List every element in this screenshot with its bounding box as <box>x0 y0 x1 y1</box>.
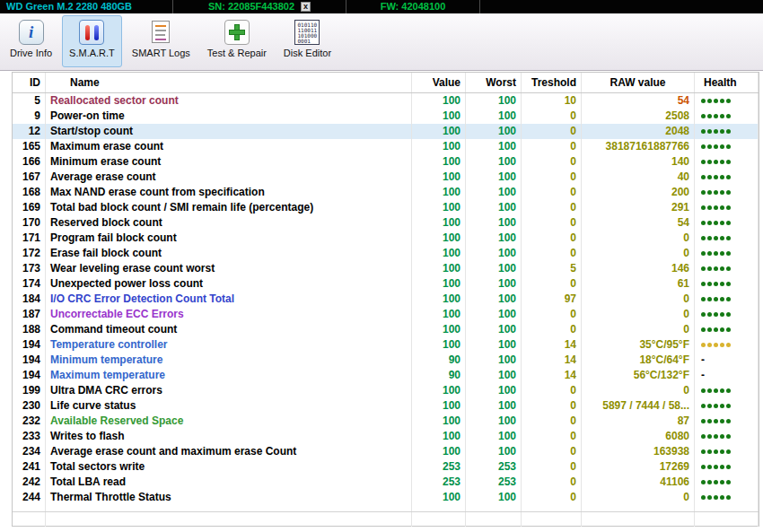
health-dot-icon <box>714 251 718 256</box>
cell-raw-value: 54 <box>582 215 695 231</box>
health-dot-icon <box>714 343 718 347</box>
close-icon[interactable]: x <box>301 2 311 12</box>
health-dot-icon <box>701 205 706 210</box>
health-dot-icon <box>714 221 718 225</box>
cell-name: Maximum erase count <box>46 139 412 154</box>
health-dot-icon <box>720 190 724 195</box>
health-dot-icon <box>720 282 724 286</box>
health-dot-icon <box>726 388 731 393</box>
drive-firmware: FW: 42048100 <box>381 0 446 13</box>
cell-health <box>695 200 759 215</box>
cell-value: 100 <box>412 231 466 246</box>
toolbar-button-disk-editor[interactable]: 010110 110011 101000 0001 Disk Editor <box>276 15 338 67</box>
table-row[interactable]: 188Command timeout count10010000 <box>13 322 759 337</box>
cell-name: Erase fail block count <box>46 246 412 261</box>
header-name[interactable]: Name <box>46 73 412 92</box>
cell-value: 253 <box>412 475 466 490</box>
health-dot-icon <box>720 99 724 103</box>
health-dot-icon <box>720 160 724 164</box>
cell-id: 9 <box>13 109 46 124</box>
header-raw-value[interactable]: RAW value <box>582 73 695 92</box>
header-id[interactable]: ID <box>13 73 46 92</box>
header-health[interactable]: Health <box>695 73 759 92</box>
table-row[interactable]: 244Thermal Throttle Status10010000 <box>13 490 759 505</box>
table-row[interactable]: 170Reserved block count100100054 <box>13 215 759 231</box>
table-row[interactable]: 184I/O CRC Error Detection Count Total10… <box>13 292 759 307</box>
table-row[interactable]: 12Start/stop count10010002048 <box>13 124 759 139</box>
health-dot-icon <box>720 434 724 439</box>
drive-serial: SN: 22085F443802 <box>208 0 294 13</box>
cell-value: 100 <box>412 246 466 261</box>
table-row[interactable]: 232Available Reserved Space100100087 <box>13 414 759 429</box>
header-threshold[interactable]: Treshold <box>522 73 582 92</box>
cell-worst: 253 <box>466 459 522 475</box>
cell-id: 199 <box>13 383 46 398</box>
health-dot-icon <box>701 190 706 195</box>
cell-id: 194 <box>13 337 46 353</box>
health-dot-icon <box>726 205 731 210</box>
table-row[interactable]: 9Power-on time10010002508 <box>13 109 759 124</box>
table-row[interactable]: 171Program fail block count10010000 <box>13 231 759 246</box>
health-dot-icon <box>707 419 712 423</box>
cell-raw-value: 0 <box>582 307 695 322</box>
cell-value: 100 <box>412 109 466 124</box>
table-row[interactable]: 194Minimum temperature901001418°C/64°F- <box>13 353 759 368</box>
health-dot-icon <box>726 495 731 500</box>
health-dot-icon <box>726 144 731 149</box>
cell-worst: 100 <box>466 154 522 170</box>
toolbar-button-label: S.M.A.R.T <box>69 48 115 58</box>
health-dot-icon <box>701 144 706 149</box>
cell-name: Writes to flash <box>46 429 412 444</box>
table-row[interactable]: 194Temperature controller1001001435°C/95… <box>13 337 759 353</box>
health-dot-icon <box>707 129 712 134</box>
table-row[interactable]: 230Life curve status10010005897 / 7444 /… <box>13 398 759 414</box>
table-row[interactable]: 166Minimum erase count1001000140 <box>13 154 759 170</box>
cell-id: 232 <box>13 414 46 429</box>
cell-value: 100 <box>412 170 466 185</box>
cell-value: 100 <box>412 93 466 109</box>
cell-worst: 100 <box>466 109 522 124</box>
health-dot-icon <box>720 144 724 149</box>
cell-name: Average erase count <box>46 170 412 185</box>
table-row[interactable]: 241Total sectors write253253017269 <box>13 459 759 475</box>
cell-threshold: 0 <box>522 459 582 475</box>
toolbar-button-smart-logs[interactable]: SMART Logs <box>125 15 197 67</box>
table-row[interactable]: 233Writes to flash10010006080 <box>13 429 759 444</box>
table-row[interactable]: 169Total bad block count / SMI remain li… <box>13 200 759 215</box>
health-dot-icon <box>726 312 731 317</box>
table-row[interactable]: 234Average erase count and maximum erase… <box>13 444 759 459</box>
header-worst[interactable]: Worst <box>466 73 522 92</box>
health-dot-icon <box>720 114 724 118</box>
toolbar-button-smart[interactable]: S.M.A.R.T <box>62 15 122 67</box>
cell-threshold: 0 <box>522 475 582 490</box>
table-row[interactable]: 174Unexpected power loss count100100061 <box>13 276 759 292</box>
table-row[interactable]: 173Wear leveling erase count worst100100… <box>13 261 759 276</box>
cell-id: 234 <box>13 444 46 459</box>
cell-threshold: 0 <box>522 322 582 337</box>
table-row[interactable]: 168Max NAND erase count from specificati… <box>13 185 759 200</box>
cell-worst: 100 <box>466 444 522 459</box>
cell-id: 12 <box>13 124 46 139</box>
cell-raw-value: 6080 <box>582 429 695 444</box>
header-value[interactable]: Value <box>412 73 466 92</box>
cell-value: 100 <box>412 139 466 154</box>
health-dot-icon <box>701 480 706 484</box>
cell-name: Unexpected power loss count <box>46 276 412 292</box>
table-row[interactable]: 172Erase fail block count10010000 <box>13 246 759 261</box>
table-row[interactable]: 165Maximum erase count100100038187161887… <box>13 139 759 154</box>
cell-worst: 100 <box>466 292 522 307</box>
table-row[interactable]: 187Uncorrectable ECC Errors10010000 <box>13 307 759 322</box>
table-filler-row <box>13 512 759 527</box>
toolbar-button-test-repair[interactable]: Test & Repair <box>200 15 274 67</box>
cell-raw-value: 5897 / 7444 / 58... <box>582 398 695 414</box>
cell-raw-value: 0 <box>582 292 695 307</box>
cell-threshold: 0 <box>522 200 582 215</box>
table-row[interactable]: 194Maximum temperature901001456°C/132°F- <box>13 368 759 383</box>
health-dot-icon <box>714 175 718 179</box>
table-row[interactable]: 5Reallocated sector count1001001054 <box>13 93 759 109</box>
cell-value: 100 <box>412 292 466 307</box>
table-row[interactable]: 167Average erase count100100040 <box>13 170 759 185</box>
toolbar-button-drive-info[interactable]: i Drive Info <box>3 15 59 67</box>
table-row[interactable]: 199Ultra DMA CRC errors10010000 <box>13 383 759 398</box>
table-row[interactable]: 242Total LBA read253253041106 <box>13 475 759 490</box>
